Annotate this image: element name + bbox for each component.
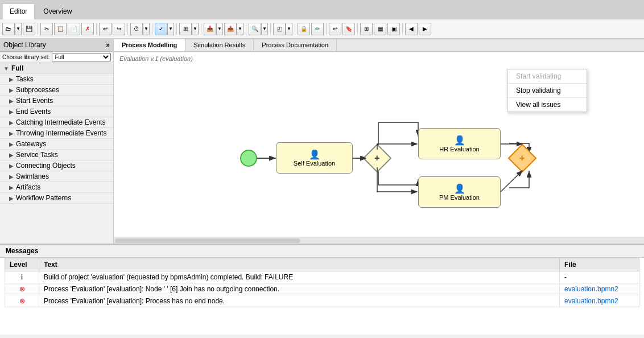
toolbar: 🗁 ▼ 💾 ✂ 📋 📄 ✗ ↩ ↪ ⏱ ▼ ✓ ▼ ⊞ ▼ 📥 ▼ 📤 ▼ 🔍 … <box>0 19 644 39</box>
sidebar-item-tasks[interactable]: ▶ Tasks <box>0 74 113 85</box>
tab-overview[interactable]: Overview <box>36 3 79 19</box>
copy-btn[interactable]: 📋 <box>54 23 67 35</box>
gateway-join[interactable]: + <box>512 148 532 168</box>
import-group[interactable]: 📥 ▼ <box>204 23 223 35</box>
table-row: ⊗ Process 'Evaluation' [evaluation]: Nod… <box>5 283 639 295</box>
sidebar-label-start: Start Events <box>16 97 53 105</box>
zoom-btn[interactable]: 🔍 <box>249 23 261 35</box>
save-btn[interactable]: 💾 <box>23 23 35 35</box>
lock-btn[interactable]: 🔒 <box>298 23 310 35</box>
export-group[interactable]: 📤 ▼ <box>224 23 243 35</box>
new-button-group[interactable]: 🗁 ▼ <box>2 23 22 35</box>
dropdown-view-issues[interactable]: View all issues <box>508 98 587 112</box>
sidebar-item-workflow[interactable]: ▶ Workflow Patterns <box>0 193 113 204</box>
delete-btn[interactable]: ✗ <box>81 23 94 35</box>
sidebar-label-end: End Events <box>16 108 51 116</box>
dropdown-menu: Start validating Stop validating View al… <box>507 69 587 112</box>
tab-process-documentation[interactable]: Process Documentation <box>254 39 337 51</box>
library-select[interactable]: Full <box>52 53 111 61</box>
task-self-evaluation[interactable]: 👤 Self Evaluation <box>276 142 353 174</box>
expand-icon-catching: ▶ <box>9 119 14 126</box>
bookmark-btn[interactable]: 🔖 <box>342 23 355 35</box>
file-link-1[interactable]: evaluation.bpmn2 <box>564 285 618 293</box>
expand-icon-swimlanes: ▶ <box>9 174 14 180</box>
arrange-dropdown[interactable]: ▼ <box>286 23 292 35</box>
export-btn[interactable]: 📤 <box>224 23 237 35</box>
sidebar: Object Library » Choose library set: Ful… <box>0 39 114 244</box>
layout-btn[interactable]: ⊞ <box>179 23 192 35</box>
arrange-group[interactable]: ◰ ▼ <box>273 23 292 35</box>
sidebar-header: Object Library » <box>0 39 113 52</box>
task-hr-evaluation[interactable]: 👤 HR Evaluation <box>418 128 501 159</box>
sidebar-label-throwing: Throwing Intermediate Events <box>16 129 106 137</box>
sidebar-item-throwing[interactable]: ▶ Throwing Intermediate Events <box>0 128 113 139</box>
task-label-pm: PM Evaluation <box>439 194 480 201</box>
dropdown-start-validating[interactable]: Start validating <box>508 69 587 83</box>
paste-btn[interactable]: 📄 <box>68 23 80 35</box>
expand-icon-end: ▶ <box>9 109 14 115</box>
grid2-btn[interactable]: ▦ <box>374 23 386 35</box>
sidebar-item-connecting[interactable]: ▶ Connecting Objects <box>0 160 113 171</box>
expand-icon-gateways: ▶ <box>9 141 14 147</box>
cut-btn[interactable]: ✂ <box>40 23 53 35</box>
next-btn[interactable]: ▶ <box>419 23 431 35</box>
undo-btn[interactable]: ↩ <box>99 23 112 35</box>
check-btn[interactable]: ✓ <box>155 23 167 35</box>
sidebar-item-end-events[interactable]: ▶ End Events <box>0 106 113 117</box>
arrange-btn[interactable]: ◰ <box>273 23 286 35</box>
zoom-dropdown[interactable]: ▼ <box>261 23 268 35</box>
new-btn[interactable]: 🗁 <box>2 23 15 35</box>
sep1 <box>38 23 38 35</box>
new-dropdown-arrow[interactable]: ▼ <box>15 23 22 35</box>
timer-group[interactable]: ⏱ ▼ <box>130 23 150 35</box>
export-dropdown[interactable]: ▼ <box>237 23 243 35</box>
scrollbar-thumb <box>115 238 300 243</box>
grid3-btn[interactable]: ▣ <box>387 23 400 35</box>
file-link-2[interactable]: evaluation.bpmn2 <box>564 297 618 305</box>
task-icon-hr: 👤 <box>454 135 465 146</box>
start-event[interactable] <box>240 150 257 167</box>
col-file: File <box>560 258 639 271</box>
sidebar-item-catching[interactable]: ▶ Catching Intermediate Events <box>0 117 113 128</box>
timer-btn[interactable]: ⏱ <box>130 23 143 35</box>
tab-editor[interactable]: Editor <box>2 3 35 19</box>
zoom-group[interactable]: 🔍 ▼ <box>249 23 268 35</box>
sep12 <box>402 23 403 35</box>
file-cell-2: evaluation.bpmn2 <box>560 295 639 307</box>
dropdown-stop-validating[interactable]: Stop validating <box>508 84 587 97</box>
messages-title: Messages <box>0 245 644 258</box>
sidebar-item-subprocesses[interactable]: ▶ Subprocesses <box>0 85 113 96</box>
expand-icon-workflow: ▶ <box>9 195 14 201</box>
content-area: Process Modelling Simulation Results Pro… <box>114 39 644 244</box>
import-dropdown[interactable]: ▼ <box>216 23 223 35</box>
tab-process-modelling[interactable]: Process Modelling <box>114 39 185 51</box>
sep10 <box>326 23 327 35</box>
timer-dropdown[interactable]: ▼ <box>143 23 150 35</box>
sidebar-item-artifacts[interactable]: ▶ Artifacts <box>0 182 113 193</box>
expand-icon-subprocesses: ▶ <box>9 87 14 93</box>
redo-btn[interactable]: ↪ <box>113 23 125 35</box>
messages-table: Level Text File ℹ Build of project 'eval… <box>5 258 639 307</box>
layout-group[interactable]: ⊞ ▼ <box>179 23 199 35</box>
task-icon-self: 👤 <box>309 149 320 160</box>
task-pm-evaluation[interactable]: 👤 PM Evaluation <box>418 176 501 208</box>
pencil-btn[interactable]: ✏ <box>311 23 324 35</box>
gateway-split[interactable]: + <box>367 148 387 168</box>
sidebar-collapse-btn[interactable]: » <box>106 41 110 49</box>
text-cell-2: Process 'Evaluation' [evaluation]: Proce… <box>39 295 560 307</box>
diagram-scrollbar[interactable] <box>114 237 644 244</box>
sidebar-item-gateways[interactable]: ▶ Gateways <box>0 139 113 150</box>
tab-simulation-results[interactable]: Simulation Results <box>185 39 254 51</box>
sidebar-library-row: Choose library set: Full <box>0 52 113 63</box>
grid-btn[interactable]: ⊞ <box>360 23 373 35</box>
check-dropdown[interactable]: ▼ <box>167 23 174 35</box>
sidebar-item-service-tasks[interactable]: ▶ Service Tasks <box>0 150 113 160</box>
prev-btn[interactable]: ◀ <box>405 23 418 35</box>
sidebar-item-swimlanes[interactable]: ▶ Swimlanes <box>0 171 113 182</box>
layout-dropdown[interactable]: ▼ <box>192 23 199 35</box>
sidebar-section-full[interactable]: ▼ Full <box>0 63 113 74</box>
sidebar-item-start-events[interactable]: ▶ Start Events <box>0 96 113 106</box>
back-btn[interactable]: ↩ <box>329 23 341 35</box>
check-group[interactable]: ✓ ▼ <box>155 23 174 35</box>
import-btn[interactable]: 📥 <box>204 23 216 35</box>
